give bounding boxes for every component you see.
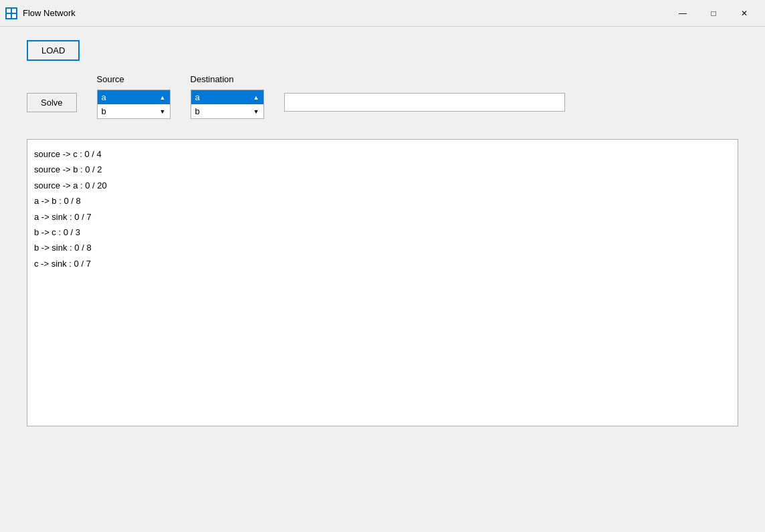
chevron-up-icon: ▲: [160, 94, 166, 101]
source-item-b[interactable]: b ▼: [98, 104, 170, 118]
window-title: Flow Network: [23, 8, 76, 18]
app-icon: [5, 7, 17, 19]
destination-listbox[interactable]: a ▲ b ▼: [191, 90, 264, 119]
result-field[interactable]: [284, 93, 565, 112]
chevron-down-icon: ▼: [253, 108, 259, 115]
svg-rect-3: [12, 14, 16, 18]
destination-item-a[interactable]: a ▲: [191, 90, 263, 104]
flow-line: source -> b : 0 / 2: [34, 162, 731, 177]
source-item-a[interactable]: a ▲: [98, 90, 170, 104]
middle-row: Solve Source a ▲ b ▼ Destination a: [27, 74, 738, 119]
top-controls: LOAD: [27, 40, 738, 61]
flow-line: b -> c : 0 / 3: [34, 225, 731, 240]
flow-line: source -> c : 0 / 4: [34, 146, 731, 162]
svg-rect-2: [7, 14, 11, 18]
title-bar: Flow Network — □ ✕: [0, 0, 765, 27]
flow-output-area[interactable]: source -> c : 0 / 4source -> b : 0 / 2so…: [27, 139, 738, 426]
source-group: Source a ▲ b ▼: [97, 74, 171, 119]
flow-line: c -> sink : 0 / 7: [34, 256, 731, 271]
flow-line: b -> sink : 0 / 8: [34, 240, 731, 255]
window-controls: — □ ✕: [667, 3, 760, 23]
flow-line: a -> b : 0 / 8: [34, 193, 731, 209]
destination-group: Destination a ▲ b ▼: [191, 74, 264, 119]
flow-line: a -> sink : 0 / 7: [34, 209, 731, 225]
main-content: LOAD Solve Source a ▲ b ▼ Destination: [0, 27, 765, 532]
close-button[interactable]: ✕: [729, 3, 760, 23]
svg-rect-1: [12, 9, 16, 13]
flow-lines: source -> c : 0 / 4source -> b : 0 / 2so…: [34, 146, 731, 271]
source-listbox[interactable]: a ▲ b ▼: [97, 90, 171, 119]
svg-rect-0: [7, 9, 11, 13]
chevron-down-icon: ▼: [160, 108, 166, 115]
destination-item-b[interactable]: b ▼: [191, 104, 263, 118]
title-bar-left: Flow Network: [5, 7, 76, 19]
flow-line: source -> a : 0 / 20: [34, 178, 731, 193]
destination-label: Destination: [191, 74, 264, 84]
source-label: Source: [97, 74, 171, 84]
maximize-button[interactable]: □: [698, 3, 729, 23]
load-button[interactable]: LOAD: [27, 40, 80, 61]
solve-button[interactable]: Solve: [27, 93, 77, 112]
chevron-up-icon: ▲: [253, 94, 259, 101]
minimize-button[interactable]: —: [667, 3, 698, 23]
